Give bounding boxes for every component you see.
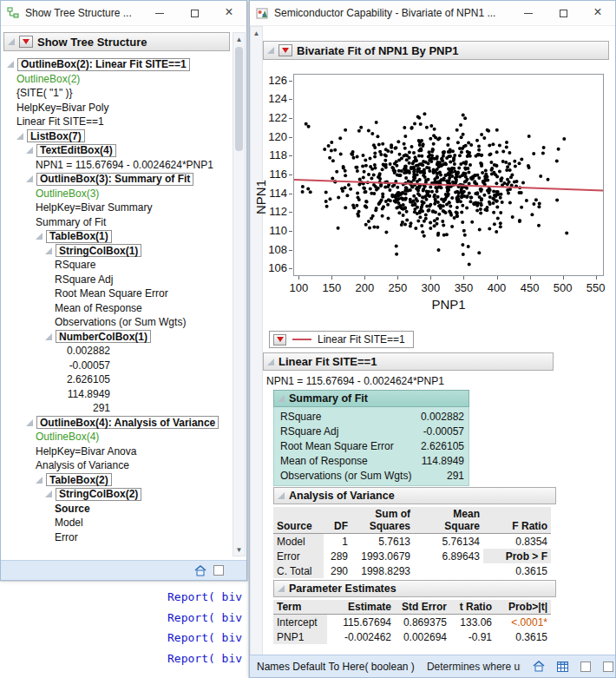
disclosure-wedge-icon[interactable] [45, 333, 52, 340]
tree-item[interactable]: Observations (or Sum Wgts) [3, 315, 232, 330]
tree-item[interactable]: HelpKey=Bivar Poly [3, 101, 232, 115]
disclosure-wedge-icon[interactable] [36, 233, 43, 240]
tree-item[interactable]: OutlineBox(2): Linear Fit SITE==1 [3, 57, 232, 72]
scroll-up-icon[interactable]: ▲ [233, 33, 245, 45]
summary-row-value: 114.8949 [410, 455, 464, 467]
table-cell: 5.76134 [414, 534, 483, 549]
tree-item[interactable]: OutlineBox(2) [3, 72, 232, 87]
tree-window-titlebar[interactable]: Show Tree Structure ... × [1, 1, 246, 26]
tree-item[interactable]: StringColBox(1) [3, 244, 232, 259]
tree-item[interactable]: 114.8949 [3, 387, 232, 402]
tree-item[interactable]: TableBox(1) [3, 229, 232, 244]
disclosure-wedge-icon[interactable] [267, 359, 274, 365]
minimize-button[interactable] [511, 1, 546, 25]
red-triangle-menu[interactable] [19, 36, 33, 48]
tree-item-label: TextEditBox(4) [36, 144, 116, 157]
disclosure-wedge-icon[interactable] [45, 490, 52, 497]
tree-item[interactable]: RSquare Adj [3, 273, 232, 287]
tree-item[interactable]: Model [3, 516, 232, 530]
tree-item-label: OutlineBox(3) [36, 188, 99, 200]
tree-item[interactable]: 2.626105 [3, 372, 232, 387]
tree-item-label: Root Mean Square Error [55, 287, 168, 300]
tree-item[interactable]: -0.00057 [3, 359, 232, 373]
tree-item[interactable]: Error [3, 530, 232, 545]
tree-structure-window[interactable]: Show Tree Structure ... × Show Tree Stru… [0, 0, 247, 581]
tree-item[interactable]: NumberColBox(1) [3, 330, 232, 345]
tree-item[interactable]: Analysis of Variance [3, 458, 232, 473]
parameter-estimates-header[interactable]: Parameter Estimates [273, 580, 556, 597]
summary-of-fit-header[interactable]: Summary of Fit [273, 390, 469, 407]
tree-item[interactable]: OutlineBox(4) [3, 430, 232, 444]
script-editor-window[interactable]: Report( bivReport( bivReport( bivReport(… [0, 582, 248, 678]
adornment-checkbox[interactable] [580, 662, 591, 672]
tree-item[interactable]: TextEditBox(4) [3, 143, 232, 158]
minimize-button[interactable] [142, 1, 177, 25]
disclosure-wedge-icon[interactable] [26, 175, 33, 182]
close-button[interactable]: × [580, 1, 615, 25]
tree-item[interactable]: Root Mean Square Error [3, 286, 232, 301]
x-tick-label: 150 [314, 281, 349, 294]
tree-item-label: HelpKey=Bivar Poly [16, 102, 108, 114]
adornment-checkbox-partial[interactable] [603, 662, 613, 672]
tree-item[interactable]: Source [3, 502, 232, 517]
scrollbar-thumb[interactable] [235, 47, 243, 151]
disclosure-wedge-icon[interactable] [16, 133, 23, 140]
script-line[interactable]: Report( biv [167, 628, 248, 648]
tree-outline-header[interactable]: Show Tree Structure [3, 32, 230, 51]
disclosure-wedge-icon[interactable] [45, 247, 52, 254]
tree-item[interactable]: OutlineBox(4): Analysis of Variance [3, 416, 232, 431]
summary-row-value: -0.00057 [410, 425, 464, 438]
linear-fit-header[interactable]: Linear Fit SITE==1 [263, 352, 554, 371]
tree-scrollbar[interactable]: ▲ ▼ [233, 32, 246, 556]
script-line[interactable]: Report( biv [167, 648, 248, 669]
tree-item[interactable]: Summary of Fit [3, 215, 232, 230]
tree-item[interactable]: ListBox(7) [3, 129, 232, 144]
tree-item[interactable]: TableBox(2) [3, 473, 232, 488]
home-icon[interactable] [533, 661, 545, 672]
close-button[interactable]: × [212, 1, 246, 25]
tree-item[interactable]: NPN1 = 115.67694 - 0.0024624*PNP1 [3, 158, 232, 173]
red-triangle-menu[interactable] [273, 334, 286, 346]
maximize-button[interactable] [546, 1, 580, 25]
tree-item[interactable]: StringColBox(2) [3, 487, 232, 502]
disclosure-wedge-icon[interactable] [26, 419, 33, 426]
tree-item[interactable]: 291 [3, 401, 232, 416]
linear-fit-title: Linear Fit SITE==1 [279, 355, 377, 368]
disclosure-wedge-icon[interactable] [278, 395, 285, 402]
close-icon: × [593, 5, 601, 19]
tree-item[interactable]: OutlineBox(3) [3, 187, 232, 201]
disclosure-wedge-icon[interactable] [8, 38, 15, 45]
maximize-button[interactable] [177, 1, 212, 25]
y-tick-mark [289, 212, 292, 213]
bivariate-titlebar[interactable]: Semiconductor Capability - Bivariate of … [250, 1, 615, 26]
disclosure-wedge-icon[interactable] [7, 61, 14, 68]
plot-frame[interactable] [293, 74, 604, 276]
column-header: Term [273, 600, 327, 615]
tree-item[interactable]: HelpKey=Bivar Summary [3, 201, 232, 215]
tree-item[interactable]: 0.002882 [3, 344, 232, 359]
column-header: t Ratio [450, 600, 495, 615]
disclosure-wedge-icon[interactable] [278, 585, 285, 592]
script-line[interactable]: Report( biv [167, 587, 248, 608]
tree-item[interactable]: Mean of Response [3, 301, 232, 316]
x-tick-label: 250 [380, 281, 415, 294]
status-hint-function: Names Default To Here( boolean ) [257, 661, 415, 673]
adornment-checkbox[interactable] [213, 565, 224, 576]
tree-item[interactable]: Linear Fit SITE==1 [3, 115, 232, 129]
scroll-down-icon[interactable]: ▼ [233, 543, 245, 556]
tree-item-label: RSquare Adj [55, 273, 113, 286]
disclosure-wedge-icon[interactable] [278, 492, 285, 499]
disclosure-wedge-icon[interactable] [36, 477, 43, 484]
fit-legend[interactable]: Linear Fit SITE==1 [269, 331, 414, 348]
table-grid-icon[interactable] [557, 662, 568, 672]
anova-header[interactable]: Analysis of Variance [273, 487, 556, 504]
tree-item[interactable]: HelpKey=Bivar Anova [3, 444, 232, 459]
bivariate-window[interactable]: Semiconductor Capability - Bivariate of … [249, 0, 616, 678]
tree-item[interactable]: {SITE( "1" )} [3, 86, 232, 101]
tree-item[interactable]: OutlineBox(3): Summary of Fit [3, 172, 232, 187]
table-cell: 115.67694 [327, 615, 395, 629]
tree-item[interactable]: RSquare [3, 258, 232, 273]
home-icon[interactable] [194, 565, 206, 576]
disclosure-wedge-icon[interactable] [26, 147, 33, 154]
script-line[interactable]: Report( biv [167, 608, 248, 629]
